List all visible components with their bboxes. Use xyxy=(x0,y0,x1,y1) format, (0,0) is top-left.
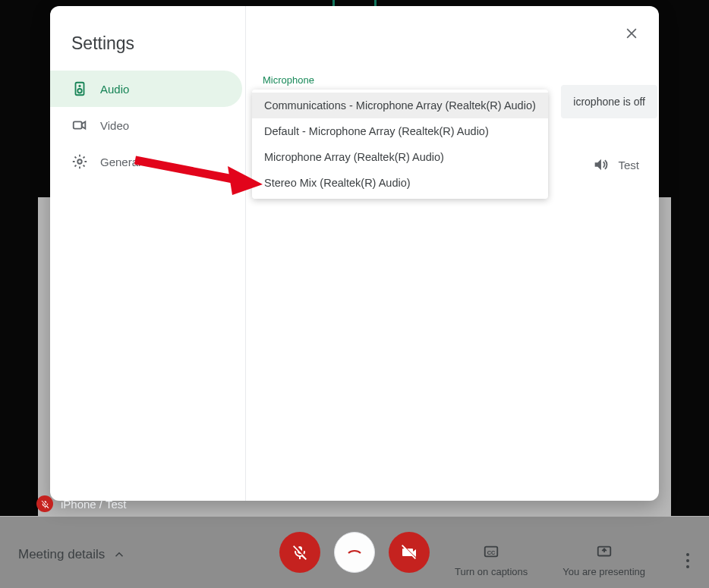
muted-mic-badge xyxy=(36,495,53,512)
captions-label: Turn on captions xyxy=(455,566,528,577)
phone-hangup-icon xyxy=(345,543,364,561)
sidebar-general-label: General xyxy=(100,156,140,168)
sidebar-item-general[interactable]: General xyxy=(50,143,242,180)
svg-point-7 xyxy=(77,159,82,164)
gear-icon xyxy=(71,153,88,170)
presenting-button[interactable]: You are presenting xyxy=(562,543,645,577)
volume-icon xyxy=(592,156,609,173)
mic-option-default[interactable]: Default - Microphone Array (Realtek(R) A… xyxy=(252,118,548,144)
sidebar-item-video[interactable]: Video xyxy=(50,107,242,143)
turn-on-captions-button[interactable]: CC Turn on captions xyxy=(455,543,528,577)
settings-modal: Settings Audio Video General Microphone … xyxy=(50,6,659,501)
test-label: Test xyxy=(618,159,639,171)
settings-content: Microphone icrophone is off Test Communi… xyxy=(246,6,659,501)
svg-point-5 xyxy=(77,89,82,93)
speaker-icon xyxy=(71,80,88,97)
sidebar-audio-label: Audio xyxy=(100,83,129,96)
microphone-off-badge: icrophone is off xyxy=(561,85,657,118)
sidebar-item-audio[interactable]: Audio xyxy=(50,71,242,107)
mute-mic-button[interactable] xyxy=(279,532,320,573)
mic-off-icon xyxy=(291,543,309,561)
present-icon xyxy=(596,543,613,560)
right-actions: CC Turn on captions You are presenting xyxy=(455,543,695,577)
dot-icon xyxy=(686,559,689,562)
svg-point-4 xyxy=(79,85,80,86)
settings-sidebar: Settings Audio Video General xyxy=(50,6,246,501)
close-icon xyxy=(624,26,639,41)
svg-rect-6 xyxy=(74,121,82,128)
camera-off-button[interactable] xyxy=(389,532,430,573)
settings-title: Settings xyxy=(50,24,245,71)
participant-name: iPhone / Test xyxy=(61,498,126,511)
close-button[interactable] xyxy=(621,23,642,44)
captions-icon: CC xyxy=(483,543,499,560)
bottom-toolbar: Meeting details CC Turn on captions You … xyxy=(0,517,709,588)
camera-off-icon xyxy=(400,543,418,561)
microphone-section-label: Microphone xyxy=(263,74,642,86)
hangup-button[interactable] xyxy=(334,532,375,573)
more-options-button[interactable] xyxy=(680,547,695,574)
mic-option-communications[interactable]: Communications - Microphone Array (Realt… xyxy=(252,93,548,118)
participant-label: iPhone / Test xyxy=(36,495,126,512)
call-controls xyxy=(279,532,430,573)
mic-option-array[interactable]: Microphone Array (Realtek(R) Audio) xyxy=(252,144,548,170)
video-icon xyxy=(71,117,88,134)
meeting-details-button[interactable]: Meeting details xyxy=(18,547,126,562)
sidebar-video-label: Video xyxy=(100,119,129,132)
test-speaker-button[interactable]: Test xyxy=(592,156,639,173)
microphone-dropdown: Communications - Microphone Array (Realt… xyxy=(252,90,548,199)
presenting-label: You are presenting xyxy=(562,566,645,577)
svg-text:CC: CC xyxy=(487,549,496,556)
mic-off-icon xyxy=(40,499,50,509)
meeting-details-label: Meeting details xyxy=(18,547,105,562)
chevron-up-icon xyxy=(112,548,126,561)
dot-icon xyxy=(686,565,689,568)
dot-icon xyxy=(686,553,689,556)
mic-option-stereo-mix[interactable]: Stereo Mix (Realtek(R) Audio) xyxy=(252,170,548,196)
